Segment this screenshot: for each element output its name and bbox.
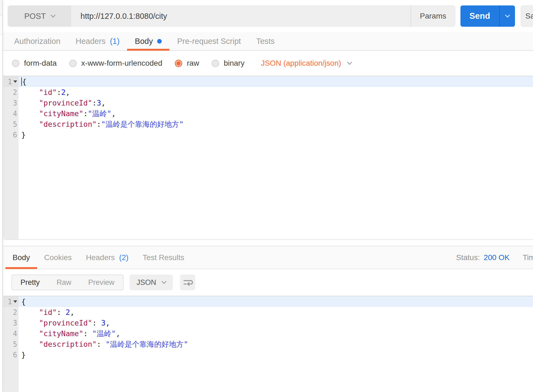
line-number: 3 xyxy=(3,98,19,108)
status-label: Status: xyxy=(456,253,480,262)
response-code-area: { "id": 2, "provinceId": 3, "cityName": … xyxy=(19,296,533,392)
sidebar-item-fragment xyxy=(0,0,2,16)
response-toolbar: Pretty Raw Preview JSON xyxy=(3,269,533,296)
response-body-editor: 123456 { "id": 2, "provinceId": 3, "city… xyxy=(3,296,533,392)
request-body-editor[interactable]: 123456 { "id":2, "provinceId":3, "cityNa… xyxy=(3,76,533,240)
radio-raw[interactable]: raw xyxy=(175,59,199,68)
chevron-down-icon xyxy=(161,279,166,284)
view-raw[interactable]: Raw xyxy=(48,275,80,290)
tab-body[interactable]: Body xyxy=(127,32,169,50)
tab-headers[interactable]: Headers (1) xyxy=(68,32,127,50)
sidebar-edge xyxy=(0,0,3,392)
panel-gap xyxy=(3,240,533,246)
code-line[interactable]: } xyxy=(19,129,533,140)
code-line[interactable]: "id":2, xyxy=(19,87,533,98)
wrap-lines-button[interactable] xyxy=(180,275,195,290)
time-label: Time: xyxy=(523,253,533,262)
send-options-dropdown[interactable] xyxy=(500,5,515,27)
response-status: Status: 200 OK Time: xyxy=(456,246,533,269)
code-line: "cityName": "温岭", xyxy=(19,328,533,339)
line-number: 3 xyxy=(3,318,19,328)
method-dropdown[interactable]: POST xyxy=(8,6,71,26)
line-number: 4 xyxy=(3,328,19,339)
request-tabs: Authorization Headers (1) Body Pre-reque… xyxy=(3,32,533,51)
chevron-down-icon xyxy=(347,60,352,65)
save-button[interactable]: Save xyxy=(521,5,533,27)
line-number: 1 xyxy=(3,76,19,87)
code-line[interactable]: "description":"温岭是个靠海的好地方" xyxy=(19,119,533,129)
headers-count-badge: (1) xyxy=(110,37,119,46)
send-label: Send xyxy=(460,5,499,27)
url-group: POST http://127.0.0.1:8080/city Params xyxy=(8,5,455,27)
line-number: 5 xyxy=(3,339,19,349)
code-line[interactable]: { xyxy=(19,76,533,87)
code-line: "id": 2, xyxy=(19,307,533,318)
radio-binary[interactable]: binary xyxy=(212,59,244,68)
view-preview[interactable]: Preview xyxy=(80,275,123,290)
content-type-dropdown[interactable]: JSON (application/json) xyxy=(261,59,351,68)
response-tabs: Body Cookies Headers (2) Test Results St… xyxy=(3,246,533,269)
line-number: 2 xyxy=(3,307,19,318)
line-number: 6 xyxy=(3,349,19,360)
tab-response-headers[interactable]: Headers (2) xyxy=(79,246,136,269)
tab-tests[interactable]: Tests xyxy=(248,32,282,50)
request-code-area[interactable]: { "id":2, "provinceId":3, "cityName":"温岭… xyxy=(19,76,533,239)
tab-cookies[interactable]: Cookies xyxy=(37,246,79,269)
code-line[interactable]: "cityName":"温岭", xyxy=(19,108,533,119)
request-bar: POST http://127.0.0.1:8080/city Params S… xyxy=(3,0,533,32)
line-number: 2 xyxy=(3,87,19,98)
chevron-down-icon xyxy=(50,13,55,17)
headers-count-badge: (2) xyxy=(119,253,128,262)
tab-response-body[interactable]: Body xyxy=(5,246,37,269)
tab-test-results[interactable]: Test Results xyxy=(136,246,191,269)
radio-icon xyxy=(212,60,219,67)
url-input[interactable]: http://127.0.0.1:8080/city xyxy=(71,6,411,26)
line-number: 4 xyxy=(3,108,19,119)
fold-caret-icon[interactable] xyxy=(13,80,17,83)
code-line: { xyxy=(19,296,533,307)
code-line: "description": "温岭是个靠海的好地方" xyxy=(19,339,533,349)
request-panel: POST http://127.0.0.1:8080/city Params S… xyxy=(3,0,533,392)
format-dropdown[interactable]: JSON xyxy=(130,275,173,290)
code-line: "provinceId": 3, xyxy=(19,318,533,328)
url-value: http://127.0.0.1:8080/city xyxy=(80,12,167,21)
radio-icon xyxy=(69,60,77,67)
radio-form-data[interactable]: form-data xyxy=(12,59,57,68)
params-button[interactable]: Params xyxy=(411,6,455,26)
method-label: POST xyxy=(24,12,46,21)
view-pretty[interactable]: Pretty xyxy=(12,275,48,290)
line-number-gutter: 123456 xyxy=(3,76,19,239)
wrap-lines-icon xyxy=(182,277,193,288)
code-line: } xyxy=(19,349,533,360)
send-button[interactable]: Send xyxy=(460,5,515,27)
radio-x-www-form-urlencoded[interactable]: x-www-form-urlencoded xyxy=(69,59,162,68)
code-line[interactable]: "provinceId":3, xyxy=(19,98,533,108)
view-toggle-group: Pretty Raw Preview xyxy=(11,275,124,290)
chevron-down-icon xyxy=(505,13,510,17)
active-tab-underline xyxy=(5,267,37,269)
body-type-row: form-data x-www-form-urlencoded raw bina… xyxy=(3,51,533,76)
status-badge: 200 OK xyxy=(484,253,510,262)
line-number: 1 xyxy=(3,296,19,307)
tab-pre-request-script[interactable]: Pre-request Script xyxy=(169,32,248,50)
tab-authorization[interactable]: Authorization xyxy=(7,32,68,50)
sidebar-item-fragment xyxy=(0,16,2,35)
line-number: 6 xyxy=(3,129,19,140)
radio-selected-icon xyxy=(175,60,182,67)
body-content-dot-icon xyxy=(157,39,162,44)
line-number: 5 xyxy=(3,119,19,129)
active-tab-underline xyxy=(127,49,169,51)
fold-caret-icon[interactable] xyxy=(13,300,17,303)
radio-icon xyxy=(12,60,19,67)
text-cursor xyxy=(21,77,22,86)
line-number-gutter: 123456 xyxy=(3,296,19,392)
